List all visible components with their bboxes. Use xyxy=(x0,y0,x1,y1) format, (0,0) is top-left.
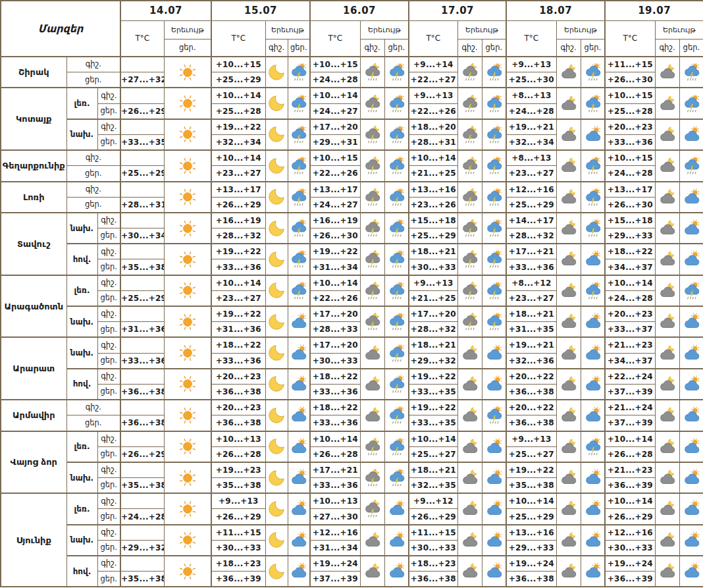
day-temp-cell: +26...+29 xyxy=(605,509,655,525)
night-temp-cell: +19...+21 xyxy=(506,337,556,353)
moon-icon xyxy=(267,437,286,456)
cloud-sun-rain-icon xyxy=(485,95,503,113)
night-temp-cell: +18...+23 xyxy=(409,556,457,572)
night-temp-cell xyxy=(120,213,164,228)
moon-icon xyxy=(267,281,286,300)
cloud-sun-icon xyxy=(485,344,503,362)
night-phenomenon-cell xyxy=(457,88,482,119)
cloud-sun-rain-icon xyxy=(290,250,307,268)
moon-icon xyxy=(267,499,286,519)
cloud-sun-rain-icon xyxy=(683,63,700,81)
day-phenomenon-cell xyxy=(384,400,409,431)
day-temp-cell: +33...+36 xyxy=(120,353,164,369)
cloud-sun-icon xyxy=(584,531,602,549)
night-phenomenon-cell xyxy=(265,150,288,181)
day-phenomenon-cell xyxy=(482,525,506,556)
day-temp-cell: +21...+25 xyxy=(409,290,457,306)
cloud-moon-icon xyxy=(560,63,577,81)
day-temp-cell: +24...+28 xyxy=(605,166,655,182)
day-temp-cell: +26...+29 xyxy=(409,509,457,525)
zone-cell: նախ. xyxy=(66,462,97,493)
day-temp-cell: +26...+28 xyxy=(605,446,655,462)
cloud-moon-icon xyxy=(363,531,381,549)
day-temp-cell: +25...+29 xyxy=(120,166,164,182)
day-phenomenon-cell xyxy=(164,182,211,213)
night-phenomenon-cell xyxy=(265,337,288,368)
day-temp-cell: +26...+29 xyxy=(211,197,265,213)
zone-cell: հով. xyxy=(66,369,97,400)
cloud-sun-rain-icon xyxy=(485,250,503,268)
night-row-label: գիշ. xyxy=(66,182,120,198)
day-phenomenon-cell xyxy=(288,213,310,244)
day-phenomenon-cell xyxy=(384,150,409,181)
date-header: 18.07 xyxy=(506,1,605,20)
night-row-label: գիշ. xyxy=(97,337,120,353)
night-temp-cell: +10...+14 xyxy=(409,150,457,166)
cloud-sun-icon xyxy=(584,500,602,518)
night-subheader: գիշ. xyxy=(655,39,679,57)
moon-icon xyxy=(267,343,286,363)
day-temp-cell: +30...+34 xyxy=(120,228,164,244)
day-temp-cell: +29...+31 xyxy=(310,134,360,150)
cloud-sun-rain-icon xyxy=(485,406,503,424)
moon-icon xyxy=(267,63,286,82)
day-temp-cell: +25...+27 xyxy=(409,446,457,462)
day-phenomenon-cell xyxy=(679,462,703,493)
cloud-moon-icon xyxy=(461,344,479,362)
day-phenomenon-cell xyxy=(164,337,211,368)
cloud-sun-rain-icon xyxy=(683,282,700,300)
night-temp-cell: +21...+23 xyxy=(605,337,655,353)
cloud-sun-rain-icon xyxy=(388,313,405,331)
cloud-sun-rain-icon xyxy=(388,250,405,268)
cloud-moon-rain-icon xyxy=(363,438,381,456)
cloud-moon-icon xyxy=(461,562,479,580)
night-phenomenon-cell xyxy=(655,275,679,306)
night-phenomenon-cell xyxy=(655,525,679,556)
region-cell: Արագածոտն xyxy=(1,275,66,338)
night-temp-cell: +19...+22 xyxy=(310,244,360,259)
night-subheader: գիշ. xyxy=(556,39,581,57)
day-temp-cell: +26...+28 xyxy=(211,446,265,462)
sun-icon xyxy=(178,281,197,300)
night-phenomenon-cell xyxy=(265,213,288,244)
night-phenomenon-cell xyxy=(360,182,384,213)
night-phenomenon-cell xyxy=(265,119,288,150)
date-header: 19.07 xyxy=(605,1,703,20)
cloud-moon-rain-icon xyxy=(363,313,381,331)
day-phenomenon-cell xyxy=(384,244,409,275)
cloud-sun-rain-icon xyxy=(485,63,503,81)
cloud-moon-rain-icon xyxy=(363,282,381,300)
night-phenomenon-cell xyxy=(457,525,482,556)
cloud-moon-icon xyxy=(560,250,577,268)
day-row-label: ցեր. xyxy=(97,572,120,587)
night-row-label: գիշ. xyxy=(97,306,120,322)
sun-icon xyxy=(178,562,197,581)
day-temp-cell: +33...+36 xyxy=(211,259,265,275)
day-phenomenon-cell xyxy=(581,150,605,181)
sun-icon xyxy=(178,530,197,550)
night-temp-cell xyxy=(120,525,164,541)
cloud-sun-rain-icon xyxy=(290,219,307,237)
day-temp-cell: +35...+38 xyxy=(120,572,164,587)
night-row-label: գիշ. xyxy=(97,462,120,478)
night-phenomenon-cell xyxy=(556,119,581,150)
cloud-moon-rain-icon xyxy=(461,157,479,174)
day-phenomenon-cell xyxy=(164,119,211,150)
cloud-moon-icon xyxy=(461,406,479,424)
night-phenomenon-cell xyxy=(457,493,482,524)
day-phenomenon-cell xyxy=(482,400,506,431)
night-temp-cell xyxy=(120,150,164,166)
cloud-moon-icon xyxy=(658,63,676,81)
night-temp-cell: +10...+14 xyxy=(310,88,360,103)
zone-cell: լեռ. xyxy=(66,275,97,306)
cloud-moon-icon xyxy=(560,126,577,144)
night-phenomenon-cell xyxy=(265,57,288,88)
day-temp-cell: +23...+27 xyxy=(211,290,265,306)
night-phenomenon-cell xyxy=(265,369,288,400)
day-phenomenon-cell xyxy=(679,556,703,587)
cloud-moon-rain-icon xyxy=(363,250,381,268)
night-temp-cell: +17...+20 xyxy=(310,337,360,353)
day-phenomenon-cell xyxy=(679,493,703,524)
day-phenomenon-cell xyxy=(384,306,409,337)
night-temp-cell: +16...+19 xyxy=(310,213,360,228)
